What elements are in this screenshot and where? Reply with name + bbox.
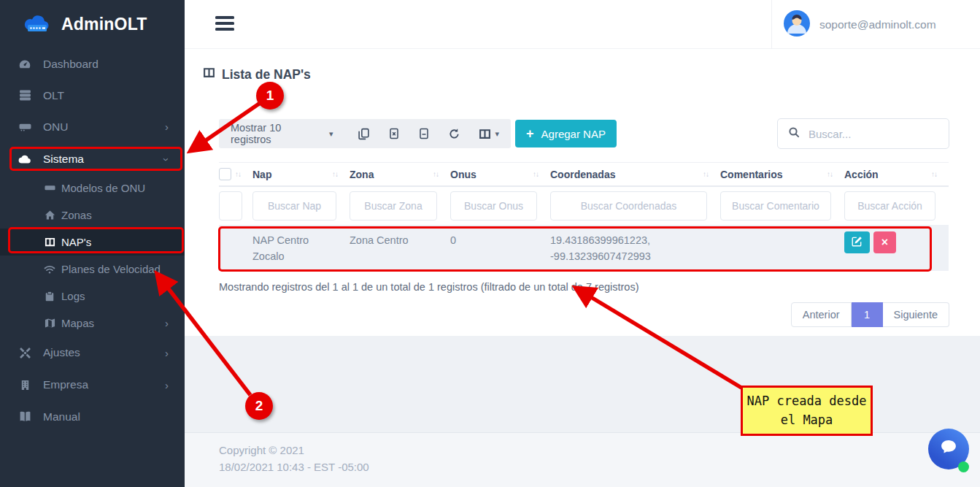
- online-status-dot: [958, 461, 969, 472]
- edit-button[interactable]: [844, 231, 870, 253]
- user-email: soporte@adminolt.com: [819, 18, 936, 31]
- sort-icon: ↑↓: [827, 170, 833, 178]
- filter-comentario-input[interactable]: [720, 191, 831, 221]
- column-header-zona[interactable]: Zona↑↓: [350, 169, 450, 180]
- global-search: [777, 118, 949, 149]
- sidebar-item-label: Ajustes: [43, 346, 80, 359]
- user-menu[interactable]: soporte@adminolt.com: [771, 0, 980, 49]
- table-filter-row: [219, 187, 949, 225]
- caret-down-icon: ▾: [495, 129, 499, 139]
- add-nap-button[interactable]: + Agregar NAP: [515, 120, 617, 147]
- copyright-text: Copyright © 2021: [219, 442, 980, 459]
- chat-widget-button[interactable]: [928, 429, 969, 469]
- sidebar: AdminOLT Dashboard OLT › ONU › Sistema ›…: [0, 0, 185, 487]
- column-header-onus[interactable]: Onus↑↓: [450, 169, 550, 180]
- brand-logo[interactable]: AdminOLT: [0, 0, 185, 49]
- file-lines-icon[interactable]: [418, 128, 430, 139]
- filter-nap-input[interactable]: [252, 191, 336, 221]
- length-menu-dropdown[interactable]: Mostrar 10 registros ▾: [231, 122, 333, 145]
- filter-select-input[interactable]: [219, 191, 242, 221]
- pagination-prev-button[interactable]: Anterior: [791, 302, 852, 327]
- table-header-row: ↑↓ Nap↑↓ Zona↑↓ Onus↑↓ Coordenadas↑↓ Com…: [219, 162, 949, 187]
- sidebar-item-label: Modelos de ONU: [61, 182, 145, 194]
- select-all-header[interactable]: ↑↓: [219, 168, 252, 180]
- building-icon: [18, 380, 31, 391]
- plus-icon: +: [526, 127, 534, 140]
- sidebar-item-label: OLT: [43, 89, 64, 102]
- pagination: Anterior 1 Siguiente: [791, 302, 949, 327]
- table-toolbar: Mostrar 10 registros ▾ ▾: [219, 119, 511, 148]
- filter-zona-input[interactable]: [350, 191, 437, 221]
- cloud-router-logo-icon: [22, 12, 54, 37]
- refresh-icon[interactable]: [448, 128, 460, 140]
- user-avatar: [784, 10, 810, 39]
- excel-file-icon[interactable]: [388, 128, 400, 139]
- chevron-down-icon: ›: [161, 158, 173, 161]
- sidebar-item-dashboard[interactable]: Dashboard: [0, 48, 185, 80]
- sidebar-item-logs[interactable]: Logs: [0, 283, 185, 310]
- cloud-icon: [18, 153, 31, 166]
- sidebar-item-empresa[interactable]: Empresa ›: [0, 369, 185, 401]
- sort-icon: ↑↓: [703, 170, 709, 178]
- chevron-right-icon: ›: [165, 120, 169, 133]
- column-header-accion[interactable]: Acción↑↓: [844, 169, 949, 180]
- cell-onus: 0: [450, 225, 550, 249]
- column-header-comentarios[interactable]: Comentarios↑↓: [720, 169, 844, 180]
- server-stack-icon: [18, 89, 31, 101]
- datetime-text: 18/02/2021 10:43 - EST -05:00: [219, 459, 980, 476]
- footer: Copyright © 2021 18/02/2021 10:43 - EST …: [185, 432, 980, 487]
- page-title: Lista de NAP's: [203, 66, 311, 83]
- row-checkbox[interactable]: [219, 234, 220, 247]
- device-box-icon: [18, 120, 31, 133]
- search-input[interactable]: [809, 128, 925, 140]
- sidebar-item-manual[interactable]: Manual: [0, 401, 185, 432]
- map-icon: [44, 318, 55, 329]
- length-menu-label: Mostrar 10 registros: [231, 122, 323, 145]
- columns-icon: [203, 66, 215, 83]
- filter-onus-input[interactable]: [450, 191, 537, 221]
- delete-button[interactable]: ×: [873, 231, 896, 253]
- hamburger-menu-icon[interactable]: [215, 16, 234, 34]
- add-nap-label: Agregar NAP: [541, 128, 606, 140]
- wifi-icon: [44, 264, 55, 275]
- column-header-nap[interactable]: Nap↑↓: [252, 169, 350, 180]
- sidebar-item-label: Manual: [43, 410, 80, 423]
- filter-accion-input[interactable]: [844, 191, 935, 221]
- sidebar-item-label: NAP's: [61, 236, 91, 248]
- naps-table: ↑↓ Nap↑↓ Zona↑↓ Onus↑↓ Coordenadas↑↓ Com…: [219, 162, 949, 271]
- chevron-right-icon: ›: [165, 317, 169, 329]
- sort-icon: ↑↓: [533, 170, 539, 178]
- columns-icon: [479, 128, 491, 140]
- pagination-page-1[interactable]: 1: [852, 302, 883, 327]
- copy-icon[interactable]: [358, 128, 370, 140]
- sidebar-item-ajustes[interactable]: Ajustes ›: [0, 337, 185, 369]
- sidebar-item-zonas[interactable]: Zonas: [0, 202, 185, 229]
- sort-icon: ↑↓: [931, 170, 937, 178]
- table-row: NAP Centro Zocalo Zona Centro 0 19.43186…: [219, 225, 949, 271]
- cell-coordenadas: 19.43186399961223, -99.13239607472993: [550, 225, 720, 265]
- chat-bubble-icon: [938, 437, 959, 461]
- sidebar-item-label: Zonas: [61, 209, 92, 221]
- sidebar-item-modelos-de-onu[interactable]: Modelos de ONU: [0, 175, 185, 202]
- sort-icon: ↑↓: [433, 170, 439, 178]
- sort-icon: ↑↓: [235, 170, 241, 178]
- column-visibility-button[interactable]: ▾: [479, 128, 499, 140]
- pencil-square-icon: [852, 236, 863, 249]
- sidebar-item-label: Sistema: [43, 153, 84, 166]
- column-header-coordenadas[interactable]: Coordenadas↑↓: [550, 169, 720, 180]
- select-all-checkbox[interactable]: [219, 168, 231, 180]
- sidebar-item-label: Logs: [61, 290, 85, 302]
- home-icon: [44, 210, 55, 221]
- sidebar-item-olt[interactable]: OLT ›: [0, 80, 185, 111]
- tools-icon: [18, 347, 31, 359]
- sidebar-item-onu[interactable]: ONU ›: [0, 111, 185, 142]
- sidebar-item-sistema[interactable]: Sistema ›: [0, 143, 185, 175]
- sidebar-item-mapas[interactable]: Mapas ›: [0, 310, 185, 337]
- pagination-next-button[interactable]: Siguiente: [883, 302, 949, 327]
- sidebar-item-naps[interactable]: NAP's: [0, 229, 185, 256]
- filter-coordenadas-input[interactable]: [550, 191, 707, 221]
- sidebar-item-label: Mapas: [61, 317, 94, 329]
- sidebar-item-planes-de-velocidad[interactable]: Planes de Velocidad: [0, 256, 185, 283]
- cell-nap: NAP Centro Zocalo: [252, 225, 350, 265]
- book-icon: [18, 410, 31, 423]
